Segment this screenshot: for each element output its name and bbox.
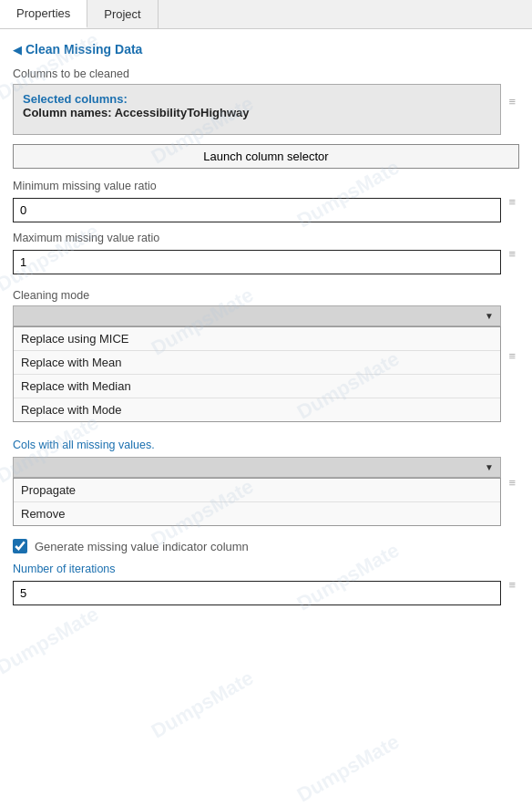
min-ratio-menu-icon: ≡ <box>508 194 516 208</box>
section-header: ◀ Clean Missing Data <box>13 42 519 57</box>
cleaning-mode-section: Cleaning mode ▼ Replace using MICEReplac… <box>13 289 519 422</box>
max-ratio-input[interactable] <box>13 250 501 274</box>
cleaning-mode-option[interactable]: Replace with Median <box>14 375 500 398</box>
selected-columns-box: Selected columns: Column names: Accessib… <box>13 84 501 135</box>
indicator-checkbox-label: Generate missing value indicator column <box>35 540 249 553</box>
tab-project[interactable]: Project <box>87 0 158 28</box>
min-ratio-input[interactable] <box>13 198 501 222</box>
cols-missing-option[interactable]: Remove <box>14 502 500 525</box>
tab-bar: Properties Project <box>0 0 532 29</box>
cleaning-mode-list: Replace using MICEReplace with MeanRepla… <box>13 326 501 422</box>
cleaning-mode-option[interactable]: Replace with Mode <box>14 398 500 421</box>
cols-missing-arrow-icon: ▼ <box>485 462 494 472</box>
cleaning-mode-option[interactable]: Replace using MICE <box>14 327 500 351</box>
iterations-label: Number of iterations <box>13 563 501 575</box>
selected-columns-title: Selected columns: <box>23 92 491 106</box>
columns-label: Columns to be cleaned <box>13 67 501 80</box>
cleaning-mode-label: Cleaning mode <box>13 289 501 302</box>
column-names-value: AccessibilityToHighway <box>115 106 250 119</box>
cleaning-mode-option[interactable]: Replace with Mean <box>14 351 500 375</box>
max-ratio-menu-icon: ≡ <box>508 246 516 260</box>
min-ratio-section: Minimum missing value ratio ≡ <box>13 180 519 222</box>
iterations-section: Number of iterations ≡ <box>13 563 519 605</box>
column-names-label: Column names <box>23 106 107 119</box>
cols-missing-dropdown[interactable]: ▼ <box>13 457 501 478</box>
indicator-checkbox-row: Generate missing value indicator column <box>13 539 519 553</box>
cleaning-mode-menu-icon: ≡ <box>508 349 516 363</box>
launch-column-selector-button[interactable]: Launch column selector <box>13 144 519 169</box>
columns-menu-icon: ≡ <box>508 95 516 108</box>
cleaning-mode-arrow-icon: ▼ <box>485 311 494 321</box>
iterations-menu-icon: ≡ <box>508 577 516 591</box>
tab-properties[interactable]: Properties <box>0 0 87 28</box>
cols-missing-menu-icon: ≡ <box>508 476 516 490</box>
cleaning-mode-dropdown[interactable]: ▼ <box>13 305 501 326</box>
main-content: ◀ Clean Missing Data Columns to be clean… <box>0 29 532 624</box>
max-ratio-label: Maximum missing value ratio <box>13 232 501 244</box>
columns-section: Columns to be cleaned Selected columns: … <box>13 67 519 135</box>
iterations-input[interactable] <box>13 581 501 605</box>
min-ratio-label: Minimum missing value ratio <box>13 180 501 192</box>
section-title: Clean Missing Data <box>26 42 142 57</box>
collapse-arrow-icon[interactable]: ◀ <box>13 43 22 57</box>
cols-missing-option[interactable]: Propagate <box>14 479 500 502</box>
cols-missing-label: Cols with all missing values. <box>13 439 501 451</box>
cols-missing-section: Cols with all missing values. ▼ Propagat… <box>13 439 519 526</box>
selected-columns-value: Column names: AccessibilityToHighway <box>23 106 491 119</box>
indicator-checkbox[interactable] <box>13 539 27 553</box>
max-ratio-section: Maximum missing value ratio ≡ <box>13 232 519 274</box>
cols-missing-list: PropagateRemove <box>13 478 501 526</box>
